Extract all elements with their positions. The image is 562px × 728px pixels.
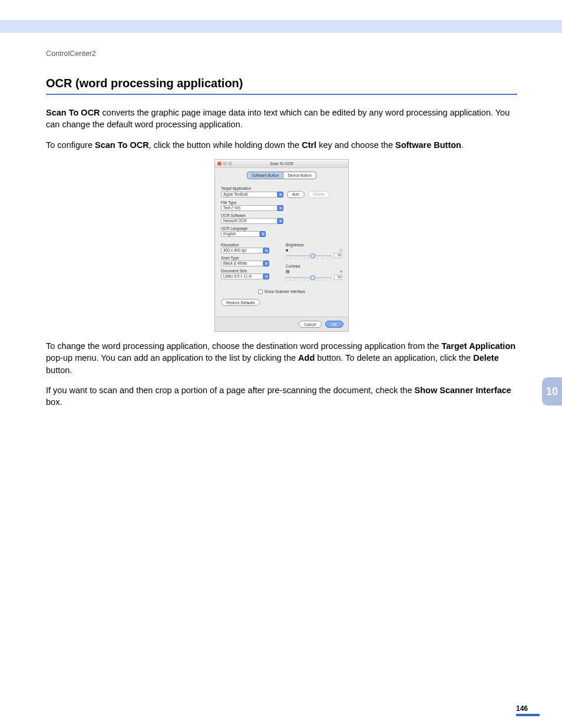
brightness-slider[interactable]: ■□ 50 <box>286 248 342 258</box>
text: . <box>461 140 464 150</box>
select-value: Letter 8.5 x 11 in <box>221 274 263 279</box>
text: To change the word processing applicatio… <box>46 341 441 351</box>
paragraph-2: To configure Scan To OCR, click the butt… <box>46 139 517 151</box>
breadcrumb: ControlCenter2 <box>46 50 96 58</box>
chevron-updown-icon: ⇅ <box>277 218 283 224</box>
text: box. <box>46 397 62 407</box>
chevron-updown-icon: ⇅ <box>277 205 283 211</box>
text: converts the graphic page image data int… <box>46 108 510 129</box>
bold: Add <box>298 353 315 363</box>
bold: Scan To OCR <box>95 140 149 150</box>
page-number: 146 <box>516 704 528 713</box>
minimize-icon <box>223 162 227 166</box>
chevron-updown-icon: ⇅ <box>263 274 269 279</box>
label-ocr-language: OCR Language <box>221 226 342 230</box>
select-ocr-software[interactable]: Newsoft OCR ⇅ <box>221 218 342 224</box>
paragraph-4: If you want to scan and then crop a port… <box>46 384 517 409</box>
show-scanner-label: Show Scanner Interface <box>265 289 305 294</box>
chevron-updown-icon: ⇅ <box>263 261 269 266</box>
bold: Target Application <box>441 341 515 351</box>
select-value: Newsoft OCR <box>221 218 277 224</box>
dialog-titlebar: Scan To OCR <box>215 160 348 168</box>
cancel-button[interactable]: Cancel <box>299 321 321 328</box>
tab-device-button[interactable]: Device Button <box>283 172 316 179</box>
high-contrast-icon: ≡ <box>340 269 342 274</box>
chevron-updown-icon: ⇅ <box>277 192 283 197</box>
label-resolution: Resolution <box>221 243 277 247</box>
label-doc-size: Document Size <box>221 269 277 273</box>
bold: Software Button <box>395 140 461 150</box>
contrast-slider[interactable]: ▤≡ 50 <box>286 269 342 280</box>
dialog-tabs: Software Button Device Button <box>215 168 348 182</box>
brightness-value: 50 <box>334 253 342 258</box>
label-contrast: Contrast <box>286 264 342 268</box>
bold: Delete <box>473 353 499 363</box>
page-title: OCR (word processing application) <box>46 77 517 95</box>
contrast-value: 50 <box>334 275 342 280</box>
bold: Ctrl <box>302 140 316 150</box>
select-scan-type[interactable]: Black & White ⇅ <box>221 261 277 266</box>
select-file-type[interactable]: Text (*.txt) ⇅ <box>221 205 342 211</box>
select-value: 400 x 400 dpi <box>221 248 263 253</box>
bold: Scan To OCR <box>46 108 100 117</box>
select-value: Black & White <box>221 261 263 266</box>
chapter-tab: 10 <box>542 377 562 406</box>
ok-button[interactable]: OK <box>325 321 343 328</box>
text: To configure <box>46 140 95 150</box>
dialog-screenshot: Scan To OCR Software Button Device Butto… <box>46 159 517 332</box>
dialog-footer: Cancel OK <box>215 317 348 331</box>
select-target-app[interactable]: Apple TextEdit ⇅ <box>221 192 283 197</box>
dialog-title: Scan To OCR <box>270 162 293 166</box>
text: key and choose the <box>316 140 395 150</box>
text: button. <box>46 365 72 375</box>
select-doc-size[interactable]: Letter 8.5 x 11 in ⇅ <box>221 274 277 279</box>
paragraph-3: To change the word processing applicatio… <box>46 340 517 376</box>
text: If you want to scan and then crop a port… <box>46 386 415 395</box>
light-icon: □ <box>340 248 342 252</box>
label-target-app: Target Application <box>221 186 342 190</box>
text: , click the button while holding down th… <box>149 140 302 150</box>
paragraph-1: Scan To OCR converts the graphic page im… <box>46 107 517 131</box>
window-controls[interactable] <box>217 162 232 166</box>
show-scanner-checkbox[interactable] <box>258 289 263 294</box>
page-number-accent <box>516 714 540 716</box>
zoom-icon <box>228 162 232 166</box>
add-button[interactable]: Add <box>287 191 305 198</box>
select-value: Text (*.txt) <box>221 205 277 211</box>
select-value: English <box>221 231 260 237</box>
main-content: OCR (word processing application) Scan T… <box>46 77 517 417</box>
show-scanner-row: Show Scanner Interface <box>221 289 342 294</box>
tab-software-button[interactable]: Software Button <box>247 172 283 179</box>
dark-icon: ■ <box>286 248 288 252</box>
select-value: Apple TextEdit <box>221 192 277 197</box>
dialog-body: Target Application Apple TextEdit ⇅ Add … <box>215 182 348 317</box>
chevron-updown-icon: ⇅ <box>260 231 266 237</box>
label-ocr-software: OCR Software <box>221 213 342 218</box>
text: button. To delete an application, click … <box>315 353 473 363</box>
bold: Show Scanner Interface <box>415 386 511 395</box>
delete-button[interactable]: Delete <box>308 191 330 198</box>
scan-to-ocr-dialog: Scan To OCR Software Button Device Butto… <box>214 159 349 332</box>
text: pop-up menu. You can add an application … <box>46 353 298 363</box>
label-file-type: File Type <box>221 200 342 205</box>
chevron-updown-icon: ⇅ <box>263 248 269 253</box>
label-scan-type: Scan Type <box>221 256 277 260</box>
label-brightness: Brightness <box>286 243 342 247</box>
low-contrast-icon: ▤ <box>286 269 290 274</box>
top-accent-bar <box>0 20 562 33</box>
restore-defaults-button[interactable]: Restore Defaults <box>221 299 260 306</box>
select-ocr-language[interactable]: English ⇅ <box>221 231 342 237</box>
close-icon[interactable] <box>217 162 222 166</box>
select-resolution[interactable]: 400 x 400 dpi ⇅ <box>221 248 277 253</box>
